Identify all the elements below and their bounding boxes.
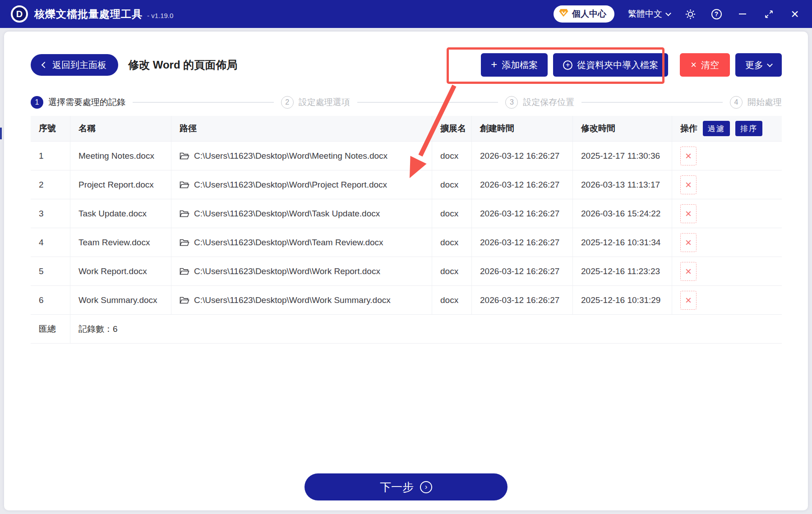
step-indicator: 1 選擇需要處理的記錄 2 設定處理選項 3 設定保存位置 4 開始處理 bbox=[31, 96, 782, 109]
file-name: Team Review.docx bbox=[70, 228, 171, 257]
created-time: 2026-03-12 16:26:27 bbox=[472, 199, 573, 228]
file-extension: docx bbox=[432, 142, 472, 170]
folder-icon bbox=[180, 239, 189, 247]
col-header-actions: 操作 過濾 排序 bbox=[672, 116, 782, 141]
file-name: Work Report.docx bbox=[70, 257, 171, 285]
delete-row-button[interactable]: × bbox=[680, 204, 697, 223]
row-actions: × bbox=[672, 142, 782, 170]
step-3-label: 設定保存位置 bbox=[523, 96, 574, 108]
modified-time: 2025-12-16 11:23:23 bbox=[573, 257, 672, 285]
file-table: 序號 名稱 路徑 擴展名 創建時間 修改時間 操作 過濾 排序 1Meeting… bbox=[31, 116, 782, 344]
delete-row-button[interactable]: × bbox=[680, 233, 697, 252]
row-index: 1 bbox=[31, 142, 70, 170]
import-from-folder-button[interactable]: + 從資料夾中導入檔案 bbox=[553, 53, 668, 77]
row-actions: × bbox=[672, 286, 782, 314]
step-2-circle: 2 bbox=[281, 96, 294, 109]
table-row: 5Work Report.docxC:\Users\11623\Desktop\… bbox=[31, 257, 782, 286]
header-actions: + 添加檔案 + 從資料夾中導入檔案 × 清空 更多 bbox=[479, 53, 782, 77]
import-folder-label: 從資料夾中導入檔案 bbox=[577, 59, 658, 71]
maximize-icon bbox=[764, 9, 774, 19]
step-connector bbox=[581, 102, 723, 103]
user-center-label: 個人中心 bbox=[572, 8, 606, 20]
file-extension: docx bbox=[432, 170, 472, 199]
arrow-right-circle-icon: › bbox=[420, 481, 432, 493]
table-row: 4Team Review.docxC:\Users\11623\Desktop\… bbox=[31, 228, 782, 257]
help-icon[interactable]: ? bbox=[710, 8, 723, 20]
summary-value: 記錄數：6 bbox=[70, 315, 782, 343]
col-header-created: 創建時間 bbox=[472, 116, 573, 141]
file-path-text: C:\Users\11623\Desktop\Word\Task Update.… bbox=[194, 209, 380, 219]
more-label: 更多 bbox=[745, 59, 763, 71]
page-header: 返回到主面板 修改 Word 的頁面佈局 + 添加檔案 + 從資料夾中導入檔案 … bbox=[31, 53, 782, 77]
file-path: C:\Users\11623\Desktop\Word\Task Update.… bbox=[171, 199, 432, 228]
chevron-down-icon bbox=[665, 10, 671, 16]
delete-row-button[interactable]: × bbox=[680, 291, 697, 310]
created-time: 2026-03-12 16:26:27 bbox=[472, 142, 573, 170]
file-path: C:\Users\11623\Desktop\Word\Meeting Note… bbox=[171, 142, 432, 170]
row-index: 4 bbox=[31, 228, 70, 257]
table-header-row: 序號 名稱 路徑 擴展名 創建時間 修改時間 操作 過濾 排序 bbox=[31, 116, 782, 142]
logo-letter: D bbox=[16, 9, 23, 19]
file-extension: docx bbox=[432, 199, 472, 228]
folder-icon bbox=[180, 296, 189, 304]
language-selector[interactable]: 繁體中文 bbox=[628, 8, 670, 20]
col-header-path: 路徑 bbox=[171, 116, 432, 141]
file-name: Work Summary.docx bbox=[70, 286, 171, 314]
row-actions: × bbox=[672, 228, 782, 257]
file-path-text: C:\Users\11623\Desktop\Word\Project Repo… bbox=[194, 180, 387, 190]
circle-plus-icon: + bbox=[563, 60, 572, 70]
file-path-text: C:\Users\11623\Desktop\Word\Work Summary… bbox=[194, 295, 391, 305]
minimize-button[interactable] bbox=[736, 8, 749, 20]
file-path: C:\Users\11623\Desktop\Word\Team Review.… bbox=[171, 228, 432, 257]
delete-row-button[interactable]: × bbox=[680, 175, 697, 194]
user-center-button[interactable]: 個人中心 bbox=[554, 5, 614, 23]
step-1-circle: 1 bbox=[31, 96, 43, 109]
sort-button[interactable]: 排序 bbox=[735, 121, 762, 136]
summary-row: 匯總 記錄數：6 bbox=[31, 315, 782, 344]
back-button-label: 返回到主面板 bbox=[52, 59, 106, 71]
table-row: 3Task Update.docxC:\Users\11623\Desktop\… bbox=[31, 199, 782, 228]
row-index: 3 bbox=[31, 199, 70, 228]
settings-gear-icon[interactable] bbox=[684, 8, 697, 20]
file-extension: docx bbox=[432, 286, 472, 314]
back-to-dashboard-button[interactable]: 返回到主面板 bbox=[31, 54, 118, 76]
clear-label: 清空 bbox=[701, 59, 719, 71]
table-row: 1Meeting Notes.docxC:\Users\11623\Deskto… bbox=[31, 142, 782, 170]
add-files-label: 添加檔案 bbox=[502, 59, 538, 71]
col-header-ext: 擴展名 bbox=[432, 116, 472, 141]
col-header-modified: 修改時間 bbox=[573, 116, 672, 141]
row-actions: × bbox=[672, 170, 782, 199]
created-time: 2026-03-12 16:26:27 bbox=[472, 257, 573, 285]
delete-row-button[interactable]: × bbox=[680, 262, 697, 281]
file-path: C:\Users\11623\Desktop\Word\Work Report.… bbox=[171, 257, 432, 285]
vip-gem-icon bbox=[559, 9, 568, 19]
summary-label: 匯總 bbox=[31, 315, 70, 343]
filter-button[interactable]: 過濾 bbox=[703, 121, 730, 136]
created-time: 2026-03-12 16:26:27 bbox=[472, 286, 573, 314]
chevron-down-icon bbox=[767, 61, 773, 67]
maximize-button[interactable] bbox=[762, 8, 775, 20]
next-step-button[interactable]: 下一步 › bbox=[304, 473, 508, 500]
modified-time: 2026-03-16 15:24:22 bbox=[573, 199, 672, 228]
clear-button[interactable]: × 清空 bbox=[680, 53, 730, 77]
delete-row-button[interactable]: × bbox=[680, 147, 697, 165]
created-time: 2026-03-12 16:26:27 bbox=[472, 228, 573, 257]
file-path: C:\Users\11623\Desktop\Word\Work Summary… bbox=[171, 286, 432, 314]
more-button[interactable]: 更多 bbox=[735, 53, 782, 77]
col-header-index: 序號 bbox=[31, 116, 70, 141]
annotated-button-group: + 添加檔案 + 從資料夾中導入檔案 bbox=[479, 53, 670, 77]
file-extension: docx bbox=[432, 228, 472, 257]
close-icon: × bbox=[791, 7, 799, 21]
plus-icon: + bbox=[491, 59, 497, 70]
add-files-button[interactable]: + 添加檔案 bbox=[481, 53, 548, 77]
folder-icon bbox=[180, 267, 189, 275]
close-button[interactable]: × bbox=[789, 8, 801, 20]
file-path-text: C:\Users\11623\Desktop\Word\Meeting Note… bbox=[194, 151, 388, 161]
table-row: 2Project Report.docxC:\Users\11623\Deskt… bbox=[31, 170, 782, 199]
file-path-text: C:\Users\11623\Desktop\Word\Work Report.… bbox=[194, 266, 380, 276]
folder-icon bbox=[180, 210, 189, 218]
clear-x-icon: × bbox=[691, 60, 697, 70]
step-2-label: 設定處理選項 bbox=[299, 96, 350, 108]
language-label: 繁體中文 bbox=[628, 8, 662, 20]
step-connector bbox=[133, 102, 274, 103]
